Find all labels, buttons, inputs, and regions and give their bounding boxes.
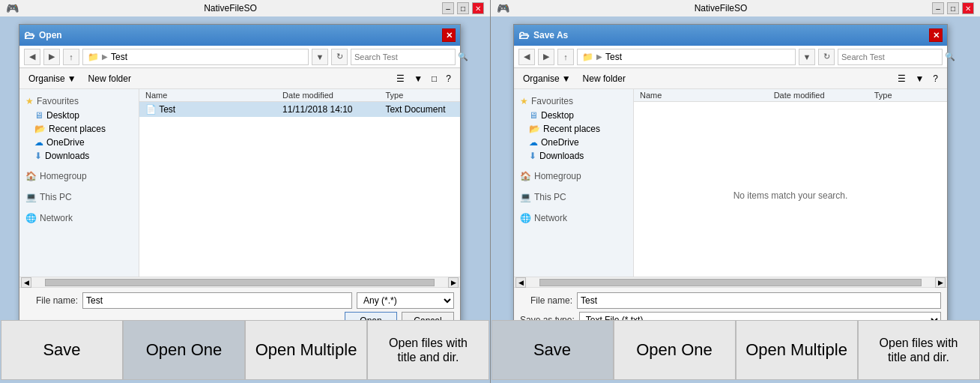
search-box-left[interactable]: 🔍 (351, 49, 456, 65)
saveas-hscroll[interactable]: ◀ ▶ (514, 277, 947, 287)
up-btn[interactable]: ↑ (63, 49, 79, 65)
homegroup-header[interactable]: 🏠 Homegroup (19, 169, 139, 184)
save-btn-bottom-left[interactable]: Save (1, 320, 123, 380)
saveas-homegroup-label: Homegroup (534, 171, 581, 181)
search-box-right[interactable]: 🔍 (838, 49, 943, 65)
scroll-right-btn[interactable]: ▶ (448, 277, 459, 288)
saveas-favourites-label: Favourites (531, 96, 573, 106)
saveas-organise-btn[interactable]: Organise ▼ (520, 72, 574, 85)
saveas-organise-label: Organise (523, 73, 560, 84)
saveas-dialog-close[interactable]: ✕ (929, 28, 943, 42)
new-folder-btn[interactable]: New folder (85, 72, 134, 85)
open-with-title-btn-left[interactable]: Open files withtitle and dir. (367, 320, 489, 380)
saveas-view-details-btn[interactable]: ▼ (912, 72, 927, 85)
search-icon-right: 🔍 (945, 52, 955, 61)
open-one-btn-right[interactable]: Open One (614, 320, 736, 380)
right-panel: 🎮 NativeFileSO – □ ✕ 🗁 Save As ✕ ◀ ▶ ↑ 📁… (490, 0, 980, 383)
saveas-sidebar-desktop[interactable]: 🖥 Desktop (514, 109, 633, 122)
minimize-btn-left[interactable]: – (442, 2, 454, 14)
network-header[interactable]: 🌐 Network (19, 211, 139, 226)
saveas-help-btn[interactable]: ? (930, 72, 941, 85)
folder-icon-saveas: 📁 (582, 52, 593, 62)
saveas-onedrive-label: OneDrive (541, 137, 579, 148)
open-multiple-btn-right[interactable]: Open Multiple (736, 320, 858, 380)
filetype-dropdown[interactable]: Any (*.*) (357, 292, 454, 309)
saveas-sidebar-onedrive[interactable]: ☁ OneDrive (514, 136, 633, 149)
sidebar-item-downloads[interactable]: ⬇ Downloads (19, 149, 139, 163)
no-items-msg: No items match your search. (634, 102, 947, 277)
saveas-forward-btn[interactable]: ▶ (538, 49, 554, 65)
sidebar-item-recent[interactable]: 📂 Recent places (19, 122, 139, 136)
app-titlebar-left: 🎮 NativeFileSO – □ ✕ (0, 0, 490, 16)
open-content: ★ Favourites 🖥 Desktop 📂 Recent places ☁… (19, 89, 460, 277)
saveas-network-icon: 🌐 (520, 213, 531, 223)
search-input-left[interactable] (354, 52, 458, 61)
app-controls-left: – □ ✕ (442, 2, 484, 14)
favourites-header[interactable]: ★ Favourites (19, 94, 139, 109)
saveas-file-list-header: Name Date modified Type (634, 89, 947, 102)
open-hscroll[interactable]: ◀ ▶ (19, 277, 460, 287)
open-dialog-close[interactable]: ✕ (442, 28, 456, 42)
network-icon: 🌐 (25, 213, 37, 223)
filename-input[interactable] (82, 292, 352, 309)
forward-btn[interactable]: ▶ (43, 49, 60, 65)
back-btn[interactable]: ◀ (24, 49, 40, 65)
thispc-header[interactable]: 💻 This PC (19, 190, 139, 205)
address-path[interactable]: 📁 ▶ Test (82, 49, 309, 65)
scroll-thumb[interactable] (45, 279, 435, 286)
saveas-homegroup-icon: 🏠 (520, 171, 531, 181)
scroll-left-btn[interactable]: ◀ (21, 277, 31, 288)
saveas-thispc-label: This PC (534, 192, 566, 202)
saveas-dropdown-btn[interactable]: ▼ (799, 49, 815, 65)
saveas-scroll-thumb[interactable] (539, 279, 922, 286)
open-one-btn-left[interactable]: Open One (123, 320, 245, 380)
saveas-scroll-right-btn[interactable]: ▶ (935, 277, 946, 288)
view-list-btn[interactable]: ☰ (393, 72, 408, 85)
saveas-dialog-titlebar: 🗁 Save As ✕ (514, 25, 947, 46)
onedrive-label: OneDrive (46, 137, 85, 148)
file-type: Text Document (385, 104, 454, 115)
saveas-star-icon: ★ (520, 96, 528, 106)
saveas-network-header[interactable]: 🌐 Network (514, 211, 633, 226)
saveas-path-text: Test (605, 52, 622, 62)
saveas-address-path[interactable]: 📁 ▶ Test (577, 49, 796, 65)
sidebar-item-desktop[interactable]: 🖥 Desktop (19, 109, 139, 122)
app-title-right: NativeFileSO (509, 3, 932, 13)
dropdown-btn[interactable]: ▼ (312, 49, 328, 65)
saveas-sidebar-recent[interactable]: 📂 Recent places (514, 122, 633, 136)
saveas-dialog-icon: 🗁 (518, 29, 529, 41)
saveas-favourites-header[interactable]: ★ Favourites (514, 94, 633, 109)
saveas-up-btn[interactable]: ↑ (557, 49, 574, 65)
save-btn-bottom-right[interactable]: Save (491, 320, 614, 380)
saveas-back-btn[interactable]: ◀ (518, 49, 535, 65)
view-details-btn[interactable]: ▼ (411, 72, 426, 85)
sidebar-item-onedrive[interactable]: ☁ OneDrive (19, 136, 139, 149)
search-input-right[interactable] (841, 52, 945, 61)
saveas-view-list-btn[interactable]: ☰ (895, 72, 909, 85)
help-btn[interactable]: ? (443, 72, 454, 85)
open-with-title-btn-right[interactable]: Open files withtitle and dir. (858, 320, 980, 380)
saveas-desktop-label: Desktop (541, 110, 574, 121)
homegroup-icon: 🏠 (25, 171, 37, 181)
app-controls-right: – □ ✕ (932, 2, 974, 14)
saveas-refresh-btn[interactable]: ↻ (818, 49, 835, 65)
close-btn-left[interactable]: ✕ (472, 2, 484, 14)
saveas-homegroup-header[interactable]: 🏠 Homegroup (514, 169, 633, 184)
saveas-sidebar-downloads[interactable]: ⬇ Downloads (514, 149, 633, 163)
organise-btn[interactable]: Organise ▼ (25, 72, 79, 85)
saveas-filename-input[interactable] (577, 292, 941, 309)
open-multiple-btn-left[interactable]: Open Multiple (245, 320, 367, 380)
restore-btn-left[interactable]: □ (457, 2, 469, 14)
open-dialog-icon: 🗁 (24, 29, 34, 41)
bottom-btns-right: Save Open One Open Multiple Open files w… (491, 317, 980, 383)
restore-btn-right[interactable]: □ (947, 2, 959, 14)
saveas-new-folder-btn[interactable]: New folder (580, 72, 629, 85)
saveas-scroll-left-btn[interactable]: ◀ (515, 277, 526, 288)
close-btn-right[interactable]: ✕ (962, 2, 974, 14)
minimize-btn-right[interactable]: – (932, 2, 944, 14)
file-row-test[interactable]: 📄 Test 11/11/2018 14:10 Text Document (139, 102, 460, 117)
refresh-btn[interactable]: ↻ (331, 49, 348, 65)
saveas-thispc-header[interactable]: 💻 This PC (514, 190, 633, 205)
open-dialog: 🗁 Open ✕ ◀ ▶ ↑ 📁 ▶ Test ▼ ↻ 🔍 (19, 24, 461, 335)
preview-btn[interactable]: □ (429, 72, 440, 85)
